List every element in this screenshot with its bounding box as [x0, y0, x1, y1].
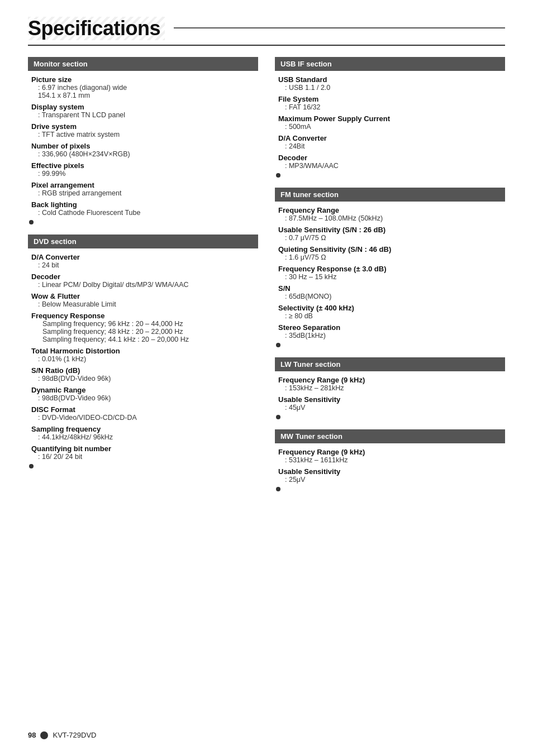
section-dot	[276, 173, 280, 178]
list-item: Dynamic Range : 98dB(DVD-Video 96k)	[31, 386, 255, 402]
title-area: Specifications	[28, 17, 165, 40]
list-item: Frequency Response (± 3.0 dB) : 30 Hz – …	[278, 265, 502, 281]
list-item: Frequency Range : 87.5MHz – 108.0MHz (50…	[278, 206, 502, 222]
monitor-section-header: Monitor section	[28, 57, 258, 71]
list-item: Number of pixels : 336,960 (480H×234V×RG…	[31, 142, 255, 158]
list-item: Display system : Transparent TN LCD pane…	[31, 103, 255, 119]
list-item: Effective pixels : 99.99%	[31, 161, 255, 178]
list-item: S/N Ratio (dB) : 98dB(DVD-Video 96k)	[31, 366, 255, 382]
list-item: Frequency Range (9 kHz) : 153kHz – 281kH…	[278, 376, 502, 392]
page-header: Specifications	[28, 17, 505, 46]
list-item: Decoder : MP3/WMA/AAC	[278, 154, 502, 170]
usb-section-header: USB IF section	[275, 57, 505, 71]
usb-section: USB IF section USB Standard : USB 1.1 / …	[275, 57, 505, 178]
fm-section: FM tuner section Frequency Range : 87.5M…	[275, 188, 505, 347]
footer-bullet	[40, 731, 48, 739]
list-item: Usable Sensitivity (S/N : 26 dB) : 0.7 μ…	[278, 226, 502, 242]
list-item: Decoder : Linear PCM/ Dolby Digital/ dts…	[31, 272, 255, 289]
list-item: Frequency Response Sampling frequency; 9…	[31, 312, 255, 343]
dvd-section: DVD section D/A Converter : 24 bit Decod…	[28, 235, 258, 468]
lw-section-header: LW Tuner section	[275, 357, 505, 371]
footer-model: KVT-729DVD	[53, 731, 96, 739]
dvd-section-content: D/A Converter : 24 bit Decoder : Linear …	[28, 253, 258, 461]
footer-page-number: 98	[28, 731, 36, 739]
fm-section-header: FM tuner section	[275, 188, 505, 202]
dvd-section-header: DVD section	[28, 235, 258, 248]
list-item: Sampling frequency : 44.1kHz/48kHz/ 96kH…	[31, 425, 255, 441]
list-item: D/A Converter : 24 bit	[31, 253, 255, 269]
mw-section-header: MW Tuner section	[275, 429, 505, 443]
page: Specifications Monitor section Picture s…	[0, 0, 533, 756]
list-item: Quieting Sensitivity (S/N : 46 dB) : 1.6…	[278, 245, 502, 261]
list-item: Pixel arrangement : RGB striped arrangem…	[31, 181, 255, 197]
left-column: Monitor section Picture size : 6.97 inch…	[28, 57, 258, 501]
page-title: Specifications	[28, 15, 165, 42]
list-item: Quantifying bit number : 16/ 20/ 24 bit	[31, 444, 255, 461]
page-footer: 98 KVT-729DVD	[28, 731, 97, 739]
list-item: Stereo Separation : 35dB(1kHz)	[278, 323, 502, 339]
lw-section: LW Tuner section Frequency Range (9 kHz)…	[275, 357, 505, 419]
list-item: Back lighting : Cold Cathode Fluorescent…	[31, 200, 255, 217]
list-item: Picture size : 6.97 inches (diagonal) wi…	[31, 75, 255, 99]
monitor-section-content: Picture size : 6.97 inches (diagonal) wi…	[28, 75, 258, 217]
monitor-section: Monitor section Picture size : 6.97 inch…	[28, 57, 258, 224]
list-item: DISC Format : DVD-Video/VIDEO-CD/CD-DA	[31, 405, 255, 422]
mw-section-content: Frequency Range (9 kHz) : 531kHz – 1611k…	[275, 448, 505, 484]
list-item: Selectivity (± 400 kHz) : ≥ 80 dB	[278, 304, 502, 320]
list-item: USB Standard : USB 1.1 / 2.0	[278, 75, 502, 92]
usb-section-content: USB Standard : USB 1.1 / 2.0 File System…	[275, 75, 505, 170]
list-item: Total Harmonic Distortion : 0.01% (1 kHz…	[31, 347, 255, 363]
list-item: Usable Sensitivity : 25μV	[278, 467, 502, 484]
list-item: S/N : 65dB(MONO)	[278, 284, 502, 300]
right-column: USB IF section USB Standard : USB 1.1 / …	[275, 57, 505, 501]
list-item: File System : FAT 16/32	[278, 95, 502, 111]
columns: Monitor section Picture size : 6.97 inch…	[28, 57, 505, 501]
header-line	[174, 27, 505, 28]
section-dot	[276, 415, 280, 419]
fm-section-content: Frequency Range : 87.5MHz – 108.0MHz (50…	[275, 206, 505, 339]
section-dot	[276, 487, 280, 491]
list-item: Maximum Power Supply Current : 500mA	[278, 114, 502, 131]
section-dot	[29, 220, 34, 224]
list-item: Wow & Flutter : Below Measurable Limit	[31, 292, 255, 308]
section-dot	[276, 343, 280, 347]
list-item: Frequency Range (9 kHz) : 531kHz – 1611k…	[278, 448, 502, 464]
list-item: Usable Sensitivity : 45μV	[278, 395, 502, 412]
list-item: Drive system : TFT active matrix system	[31, 122, 255, 138]
section-dot	[29, 464, 34, 468]
list-item: D/A Converter : 24Bit	[278, 134, 502, 150]
lw-section-content: Frequency Range (9 kHz) : 153kHz – 281kH…	[275, 376, 505, 412]
mw-section: MW Tuner section Frequency Range (9 kHz)…	[275, 429, 505, 491]
